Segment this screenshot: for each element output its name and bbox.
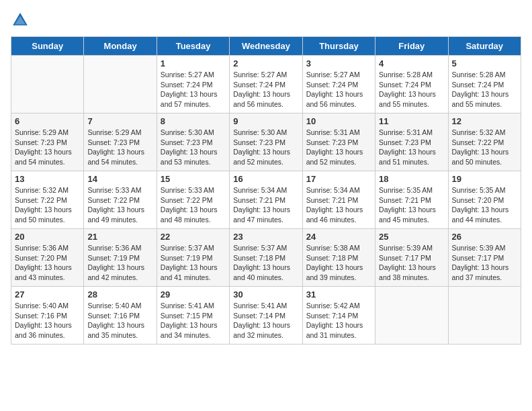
day-info: Sunrise: 5:29 AM Sunset: 7:23 PM Dayligh… <box>87 128 152 167</box>
calendar-cell: 7Sunrise: 5:29 AM Sunset: 7:23 PM Daylig… <box>84 113 157 171</box>
day-info: Sunrise: 5:33 AM Sunset: 7:22 PM Dayligh… <box>161 185 226 225</box>
calendar-week-row: 20Sunrise: 5:36 AM Sunset: 7:20 PM Dayli… <box>11 229 521 287</box>
day-info: Sunrise: 5:37 AM Sunset: 7:19 PM Dayligh… <box>161 243 226 283</box>
day-number: 18 <box>379 174 444 184</box>
weekday-header-cell: Tuesday <box>157 37 229 56</box>
day-number: 17 <box>306 174 371 184</box>
day-number: 9 <box>233 116 298 126</box>
day-number: 31 <box>306 289 371 300</box>
day-number: 28 <box>87 289 152 300</box>
day-info: Sunrise: 5:36 AM Sunset: 7:20 PM Dayligh… <box>15 243 80 283</box>
calendar-cell: 10Sunrise: 5:31 AM Sunset: 7:23 PM Dayli… <box>302 113 375 171</box>
day-number: 20 <box>15 232 80 242</box>
calendar-week-row: 1Sunrise: 5:27 AM Sunset: 7:24 PM Daylig… <box>11 56 521 113</box>
calendar-cell: 23Sunrise: 5:37 AM Sunset: 7:18 PM Dayli… <box>230 229 302 287</box>
day-number: 11 <box>379 116 444 126</box>
calendar-cell: 13Sunrise: 5:32 AM Sunset: 7:22 PM Dayli… <box>11 171 84 229</box>
day-number: 24 <box>306 232 371 242</box>
weekday-header-cell: Monday <box>84 37 157 56</box>
calendar-table: SundayMondayTuesdayWednesdayThursdayFrid… <box>11 36 521 345</box>
calendar-cell: 26Sunrise: 5:39 AM Sunset: 7:17 PM Dayli… <box>448 229 521 287</box>
day-number: 22 <box>161 232 226 242</box>
calendar-cell: 15Sunrise: 5:33 AM Sunset: 7:22 PM Dayli… <box>157 171 229 229</box>
day-info: Sunrise: 5:31 AM Sunset: 7:23 PM Dayligh… <box>306 128 371 167</box>
day-info: Sunrise: 5:30 AM Sunset: 7:23 PM Dayligh… <box>161 128 226 167</box>
calendar-cell: 30Sunrise: 5:41 AM Sunset: 7:14 PM Dayli… <box>230 287 302 345</box>
day-number: 25 <box>379 232 444 242</box>
day-info: Sunrise: 5:34 AM Sunset: 7:21 PM Dayligh… <box>306 185 371 225</box>
calendar-cell: 4Sunrise: 5:28 AM Sunset: 7:24 PM Daylig… <box>375 56 448 113</box>
day-info: Sunrise: 5:40 AM Sunset: 7:16 PM Dayligh… <box>87 301 152 340</box>
day-number: 7 <box>87 116 152 126</box>
calendar-cell: 18Sunrise: 5:35 AM Sunset: 7:21 PM Dayli… <box>375 171 448 229</box>
day-number: 29 <box>161 289 226 300</box>
day-number: 14 <box>87 174 152 184</box>
calendar-body: 1Sunrise: 5:27 AM Sunset: 7:24 PM Daylig… <box>11 56 521 345</box>
calendar-cell: 3Sunrise: 5:27 AM Sunset: 7:24 PM Daylig… <box>302 56 375 113</box>
day-info: Sunrise: 5:37 AM Sunset: 7:18 PM Dayligh… <box>233 243 298 283</box>
calendar-cell: 29Sunrise: 5:41 AM Sunset: 7:15 PM Dayli… <box>157 287 229 345</box>
weekday-header-cell: Friday <box>375 37 448 56</box>
weekday-header-cell: Thursday <box>302 37 375 56</box>
calendar-cell: 2Sunrise: 5:27 AM Sunset: 7:24 PM Daylig… <box>230 56 302 113</box>
day-number: 21 <box>87 232 152 242</box>
calendar-cell: 11Sunrise: 5:31 AM Sunset: 7:23 PM Dayli… <box>375 113 448 171</box>
day-number: 26 <box>452 232 517 242</box>
day-info: Sunrise: 5:41 AM Sunset: 7:15 PM Dayligh… <box>161 301 226 340</box>
calendar-cell <box>11 56 84 113</box>
page-header <box>11 11 521 30</box>
calendar-cell: 16Sunrise: 5:34 AM Sunset: 7:21 PM Dayli… <box>230 171 302 229</box>
day-info: Sunrise: 5:31 AM Sunset: 7:23 PM Dayligh… <box>379 128 444 167</box>
day-info: Sunrise: 5:39 AM Sunset: 7:17 PM Dayligh… <box>452 243 517 283</box>
calendar-cell: 24Sunrise: 5:38 AM Sunset: 7:18 PM Dayli… <box>302 229 375 287</box>
day-info: Sunrise: 5:29 AM Sunset: 7:23 PM Dayligh… <box>15 128 80 167</box>
calendar-cell: 12Sunrise: 5:32 AM Sunset: 7:22 PM Dayli… <box>448 113 521 171</box>
day-number: 12 <box>452 116 517 126</box>
calendar-week-row: 6Sunrise: 5:29 AM Sunset: 7:23 PM Daylig… <box>11 113 521 171</box>
calendar-cell: 31Sunrise: 5:42 AM Sunset: 7:14 PM Dayli… <box>302 287 375 345</box>
calendar-cell: 8Sunrise: 5:30 AM Sunset: 7:23 PM Daylig… <box>157 113 229 171</box>
day-info: Sunrise: 5:35 AM Sunset: 7:21 PM Dayligh… <box>379 185 444 225</box>
day-number: 1 <box>161 58 226 68</box>
day-number: 8 <box>161 116 226 126</box>
day-info: Sunrise: 5:36 AM Sunset: 7:19 PM Dayligh… <box>87 243 152 283</box>
day-number: 3 <box>306 58 371 68</box>
day-info: Sunrise: 5:40 AM Sunset: 7:16 PM Dayligh… <box>15 301 80 340</box>
day-info: Sunrise: 5:32 AM Sunset: 7:22 PM Dayligh… <box>452 128 517 167</box>
calendar-cell: 5Sunrise: 5:28 AM Sunset: 7:24 PM Daylig… <box>448 56 521 113</box>
day-info: Sunrise: 5:38 AM Sunset: 7:18 PM Dayligh… <box>306 243 371 283</box>
calendar-cell: 19Sunrise: 5:35 AM Sunset: 7:20 PM Dayli… <box>448 171 521 229</box>
day-info: Sunrise: 5:32 AM Sunset: 7:22 PM Dayligh… <box>15 185 80 225</box>
day-info: Sunrise: 5:28 AM Sunset: 7:24 PM Dayligh… <box>379 70 444 109</box>
day-number: 13 <box>15 174 80 184</box>
calendar-cell: 17Sunrise: 5:34 AM Sunset: 7:21 PM Dayli… <box>302 171 375 229</box>
calendar-week-row: 27Sunrise: 5:40 AM Sunset: 7:16 PM Dayli… <box>11 287 521 345</box>
day-number: 27 <box>15 289 80 300</box>
day-number: 2 <box>233 58 298 68</box>
day-info: Sunrise: 5:27 AM Sunset: 7:24 PM Dayligh… <box>233 70 298 109</box>
day-number: 10 <box>306 116 371 126</box>
calendar-cell: 21Sunrise: 5:36 AM Sunset: 7:19 PM Dayli… <box>84 229 157 287</box>
weekday-header-cell: Saturday <box>448 37 521 56</box>
calendar-cell: 20Sunrise: 5:36 AM Sunset: 7:20 PM Dayli… <box>11 229 84 287</box>
day-info: Sunrise: 5:35 AM Sunset: 7:20 PM Dayligh… <box>452 185 517 225</box>
day-number: 6 <box>15 116 80 126</box>
day-info: Sunrise: 5:30 AM Sunset: 7:23 PM Dayligh… <box>233 128 298 167</box>
calendar-cell <box>448 287 521 345</box>
logo <box>11 11 32 30</box>
day-info: Sunrise: 5:27 AM Sunset: 7:24 PM Dayligh… <box>161 70 226 109</box>
day-number: 15 <box>161 174 226 184</box>
calendar-cell: 25Sunrise: 5:39 AM Sunset: 7:17 PM Dayli… <box>375 229 448 287</box>
day-number: 16 <box>233 174 298 184</box>
day-info: Sunrise: 5:27 AM Sunset: 7:24 PM Dayligh… <box>306 70 371 109</box>
calendar-cell <box>375 287 448 345</box>
day-number: 5 <box>452 58 517 68</box>
calendar-cell: 1Sunrise: 5:27 AM Sunset: 7:24 PM Daylig… <box>157 56 229 113</box>
day-info: Sunrise: 5:28 AM Sunset: 7:24 PM Dayligh… <box>452 70 517 109</box>
day-number: 19 <box>452 174 517 184</box>
weekday-header-row: SundayMondayTuesdayWednesdayThursdayFrid… <box>11 37 521 56</box>
weekday-header-cell: Sunday <box>11 37 84 56</box>
day-info: Sunrise: 5:33 AM Sunset: 7:22 PM Dayligh… <box>87 185 152 225</box>
calendar-cell: 6Sunrise: 5:29 AM Sunset: 7:23 PM Daylig… <box>11 113 84 171</box>
logo-icon <box>11 11 30 30</box>
